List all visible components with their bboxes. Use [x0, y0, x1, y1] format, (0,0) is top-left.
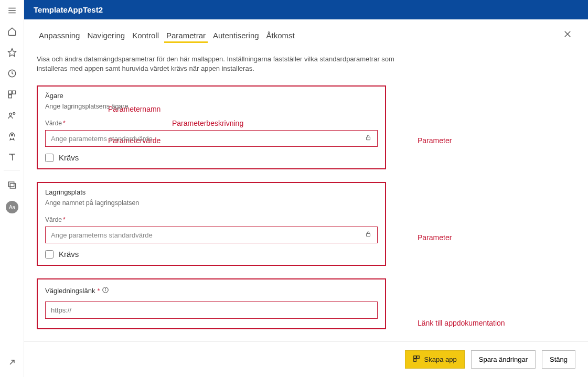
svg-rect-7 [8, 95, 12, 98]
recent-icon[interactable] [0, 63, 24, 84]
svg-rect-23 [413, 356, 416, 359]
annotation-parameter-2: Parameter [418, 233, 452, 242]
parameter-title: Ägare [45, 92, 378, 100]
svg-point-10 [11, 134, 13, 136]
lock-icon [365, 230, 372, 240]
svg-rect-19 [367, 234, 370, 236]
main-area: TemplateAppTest2 Anpassning Navigering K… [24, 0, 588, 377]
svg-rect-11 [8, 182, 14, 187]
svg-rect-6 [12, 91, 15, 94]
required-label: Krävs [59, 153, 79, 162]
apps-icon[interactable] [0, 84, 24, 105]
parameter-value-label: Värde* [45, 120, 378, 127]
tabs: Anpassning Navigering Kontroll Parametra… [37, 29, 578, 43]
svg-text:Aa: Aa [8, 204, 15, 210]
save-changes-button[interactable]: Spara ändringar [471, 350, 536, 369]
home-icon[interactable] [0, 21, 24, 42]
tab-atkomst[interactable]: Åtkomst [264, 29, 297, 43]
svg-point-8 [9, 113, 12, 116]
guidance-link-card: Vägledningslänk * [37, 278, 386, 329]
tab-content: Anpassning Navigering Kontroll Parametra… [24, 19, 588, 341]
tab-parametrar[interactable]: Parametrar [164, 29, 208, 43]
parameter-value-label: Värde* [45, 216, 378, 223]
expand-icon[interactable] [0, 352, 24, 373]
parameter-value-input-wrap [45, 130, 378, 147]
svg-point-9 [13, 112, 15, 114]
create-app-button[interactable]: Skapa app [405, 350, 465, 369]
tab-kontroll[interactable]: Kontroll [130, 29, 161, 43]
lock-icon [365, 134, 372, 143]
workspace-avatar-icon[interactable]: Aa [0, 197, 24, 218]
required-row[interactable]: Krävs [45, 250, 378, 258]
required-row[interactable]: Krävs [45, 153, 378, 162]
shared-icon[interactable] [0, 105, 24, 126]
svg-line-15 [10, 360, 14, 364]
tab-anpassning[interactable]: Anpassning [37, 29, 82, 43]
tab-navigering[interactable]: Navigering [85, 29, 127, 43]
star-icon[interactable] [0, 42, 24, 63]
left-nav-rail: Aa [0, 0, 24, 377]
menu-icon[interactable] [0, 0, 24, 21]
info-icon [102, 286, 109, 295]
parameter-value-input[interactable] [51, 135, 365, 143]
guidance-label: Vägledningslänk * [45, 286, 109, 295]
deploy-icon[interactable] [0, 126, 24, 147]
apps-icon [413, 355, 420, 364]
close-button[interactable]: Stäng [542, 350, 575, 369]
required-checkbox[interactable] [45, 154, 54, 162]
parameter-card-storage: Lagringsplats Ange namnet på lagringspla… [37, 182, 386, 266]
svg-point-22 [105, 288, 106, 289]
parameter-description: Ange namnet på lagringsplatsen [45, 199, 378, 207]
tab-autentisering[interactable]: Autentisering [211, 29, 261, 43]
tab-description: Visa och ändra datamängdsparametrar för … [37, 55, 420, 73]
footer-actions: Skapa app Spara ändringar Stäng [24, 341, 588, 377]
annotation-doc-link: Länk till appdokumentation [418, 319, 505, 327]
workspaces-icon[interactable] [0, 175, 24, 196]
annotation-parameter-1: Parameter [418, 136, 452, 145]
parameter-title: Lagringsplats [45, 188, 378, 196]
svg-rect-18 [367, 137, 370, 140]
svg-rect-24 [416, 356, 419, 359]
svg-rect-12 [10, 184, 16, 188]
guidance-link-input[interactable] [45, 301, 378, 319]
required-checkbox[interactable] [45, 250, 54, 258]
svg-rect-25 [413, 359, 416, 362]
learn-icon[interactable] [0, 147, 24, 168]
app-title: TemplateAppTest2 [24, 0, 588, 19]
svg-marker-3 [8, 49, 16, 57]
required-label: Krävs [59, 250, 79, 258]
svg-rect-5 [8, 91, 12, 94]
create-app-label: Skapa app [424, 356, 457, 363]
parameter-value-input[interactable] [51, 231, 365, 239]
parameter-card-owner: Ägare Ange lagringsplatsens ägare Värde*… [37, 85, 386, 169]
parameter-value-input-wrap [45, 227, 378, 243]
parameter-description: Ange lagringsplatsens ägare [45, 103, 378, 110]
